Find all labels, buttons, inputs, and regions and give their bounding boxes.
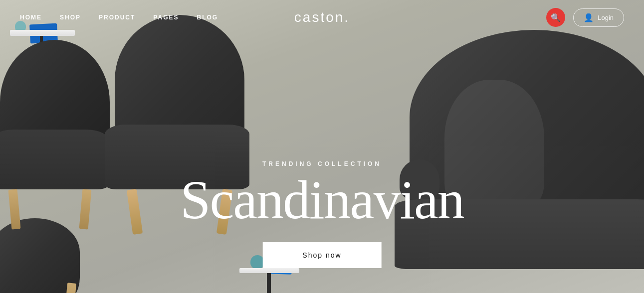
nav-item-blog[interactable]: BLOG [197, 14, 218, 21]
nav-left: HOME SHOP PRODUCT PAGES BLOG [20, 14, 218, 21]
chair-leg-1 [8, 189, 21, 229]
chair-back [0, 218, 80, 293]
nav-right: 🔍 👤 Login [546, 8, 624, 27]
hero-subtitle: TRENDING COLLECTION [180, 160, 464, 167]
nav-item-product[interactable]: PRODUCT [99, 14, 135, 21]
nav-item-shop[interactable]: SHOP [60, 14, 81, 21]
nav-item-pages[interactable]: PAGES [153, 14, 179, 21]
table-leg [267, 273, 271, 293]
site-logo[interactable]: caston. [294, 9, 350, 25]
nav-item-home[interactable]: HOME [20, 14, 42, 21]
navbar: HOME SHOP PRODUCT PAGES BLOG caston. 🔍 👤… [0, 0, 644, 35]
hero-section: HOME SHOP PRODUCT PAGES BLOG caston. 🔍 👤… [0, 0, 644, 293]
search-icon: 🔍 [551, 13, 561, 22]
chair-bottom-left [0, 218, 90, 293]
chair-seat [0, 130, 110, 189]
chair-leg-1 [127, 189, 143, 235]
search-button[interactable]: 🔍 [546, 8, 565, 27]
table-top [239, 268, 299, 273]
shop-now-button[interactable]: Shop now [262, 242, 381, 268]
hero-title: Scandinavian [180, 172, 464, 227]
login-button[interactable]: 👤 Login [573, 8, 624, 27]
login-label: Login [598, 14, 614, 21]
hero-content: TRENDING COLLECTION Scandinavian Shop no… [180, 160, 464, 268]
chair-leg-2 [79, 189, 92, 229]
user-icon: 👤 [584, 13, 594, 22]
